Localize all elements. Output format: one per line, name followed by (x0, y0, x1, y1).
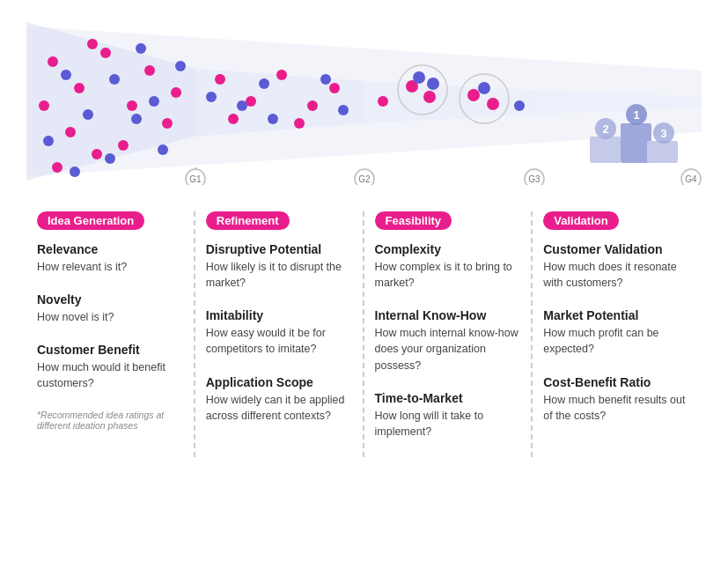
criteria-internal-know-how-title: Internal Know-How (375, 308, 521, 322)
svg-rect-53 (590, 137, 621, 163)
svg-point-45 (423, 91, 436, 103)
column-refinement: Refinement Disruptive Potential How like… (195, 211, 364, 457)
svg-point-52 (514, 100, 525, 111)
funnel-svg: 1 2 3 G1 G2 G3 G4 (26, 18, 702, 185)
criteria-customer-benefit: Customer Benefit How much would it benef… (37, 343, 183, 391)
phase-badge-idea-generation: Idea Generation (37, 211, 144, 230)
criteria-customer-benefit-title: Customer Benefit (37, 343, 183, 357)
criteria-novelty-title: Novelty (37, 292, 183, 307)
criteria-complexity-desc: How complex is it to bring to market? (375, 259, 521, 291)
criteria-customer-benefit-desc: How much would it benefit customers? (37, 359, 183, 391)
column-feasibility: Feasibility Complexity How complex is it… (364, 211, 533, 457)
criteria-disruptive-potential-desc: How likely is it to disrupt the market? (206, 259, 352, 291)
svg-point-21 (158, 144, 168, 155)
svg-point-6 (74, 83, 85, 93)
svg-point-14 (118, 140, 129, 151)
funnel-area: 1 2 3 G1 G2 G3 G4 (26, 18, 702, 203)
criteria-complexity: Complexity How complex is it to bring to… (375, 242, 521, 291)
criteria-imitability-desc: How easy would it be for competitors to … (206, 325, 352, 357)
svg-point-35 (294, 118, 305, 129)
svg-text:G2: G2 (358, 174, 371, 184)
criteria-market-potential-title: Market Potential (543, 308, 691, 322)
svg-point-18 (61, 70, 71, 80)
column-validation: Validation Customer Validation How much … (533, 211, 702, 457)
criteria-cost-benefit-ratio-title: Cost-Benefit Ratio (543, 375, 691, 389)
criteria-relevance-title: Relevance (37, 242, 183, 256)
main-container: 1 2 3 G1 G2 G3 G4 Idea Generat (0, 0, 728, 475)
criteria-disruptive-potential: Disruptive Potential How likely is it to… (206, 242, 352, 291)
svg-point-5 (48, 56, 58, 67)
svg-point-34 (228, 114, 239, 124)
criteria-application-scope-title: Application Scope (206, 375, 352, 389)
svg-point-50 (478, 82, 490, 94)
svg-point-27 (70, 166, 80, 177)
svg-text:2: 2 (602, 122, 608, 136)
svg-text:3: 3 (660, 127, 666, 140)
svg-point-48 (467, 89, 480, 101)
svg-point-49 (487, 98, 499, 110)
svg-point-29 (215, 74, 225, 85)
svg-point-16 (52, 162, 63, 173)
svg-point-12 (162, 118, 173, 129)
criteria-cost-benefit-ratio-desc: How much benefit results out of the cost… (543, 392, 691, 424)
criteria-market-potential-desc: How much profit can be expected? (543, 325, 691, 357)
criteria-columns: Idea Generation Relevance How relevant i… (26, 211, 702, 457)
svg-point-17 (87, 39, 98, 49)
phase-badge-refinement: Refinement (206, 211, 290, 230)
phase-badge-validation: Validation (543, 211, 618, 230)
svg-text:1: 1 (633, 108, 639, 122)
svg-point-10 (92, 149, 102, 159)
criteria-relevance: Relevance How relevant is it? (37, 242, 183, 275)
criteria-imitability: Imitability How easy would it be for com… (206, 308, 352, 357)
svg-point-36 (206, 92, 217, 102)
column-idea-generation: Idea Generation Relevance How relevant i… (26, 211, 195, 457)
svg-point-39 (268, 114, 278, 124)
svg-point-20 (136, 43, 146, 54)
criteria-time-to-market-title: Time-to-Market (375, 391, 521, 405)
svg-point-32 (307, 100, 318, 111)
svg-rect-54 (621, 123, 651, 163)
svg-point-40 (338, 105, 349, 115)
svg-point-38 (320, 74, 331, 85)
svg-point-37 (259, 78, 269, 89)
criteria-customer-validation: Customer Validation How much does it res… (543, 242, 691, 291)
criteria-customer-validation-desc: How much does it resonate with customers… (543, 259, 691, 291)
svg-point-28 (131, 114, 142, 124)
svg-point-41 (237, 100, 247, 111)
criteria-complexity-title: Complexity (375, 242, 521, 256)
criteria-novelty-desc: How novel is it? (37, 309, 183, 325)
criteria-application-scope: Application Scope How widely can it be a… (206, 375, 352, 424)
criteria-time-to-market-desc: How long will it take to implement? (375, 408, 521, 440)
criteria-cost-benefit-ratio: Cost-Benefit Ratio How much benefit resu… (543, 375, 691, 424)
svg-point-31 (276, 70, 287, 80)
footnote-col1: *Recommended idea ratings at different i… (37, 410, 183, 431)
criteria-disruptive-potential-title: Disruptive Potential (206, 242, 352, 256)
svg-point-22 (43, 136, 54, 146)
svg-point-8 (127, 100, 137, 111)
criteria-time-to-market: Time-to-Market How long will it take to … (375, 391, 521, 440)
svg-point-46 (413, 71, 425, 84)
criteria-internal-know-how: Internal Know-How How much internal know… (375, 308, 521, 373)
svg-point-33 (329, 83, 340, 93)
svg-text:G3: G3 (528, 174, 540, 184)
svg-text:G4: G4 (685, 174, 697, 184)
criteria-market-potential: Market Potential How much profit can be … (543, 308, 691, 357)
svg-point-25 (105, 153, 115, 164)
svg-point-13 (39, 100, 49, 111)
criteria-novelty: Novelty How novel is it? (37, 292, 183, 325)
svg-point-23 (83, 109, 93, 120)
svg-point-11 (144, 65, 155, 76)
svg-rect-55 (647, 141, 678, 163)
svg-point-26 (175, 61, 186, 71)
svg-text:G1: G1 (189, 174, 202, 184)
criteria-customer-validation-title: Customer Validation (543, 242, 691, 256)
criteria-internal-know-how-desc: How much internal know-how does your org… (375, 325, 521, 373)
svg-point-47 (427, 78, 439, 90)
svg-point-9 (65, 127, 76, 137)
svg-point-24 (149, 96, 159, 107)
phase-badge-feasibility: Feasibility (375, 211, 452, 230)
svg-point-15 (171, 87, 181, 98)
criteria-imitability-title: Imitability (206, 308, 352, 322)
criteria-application-scope-desc: How widely can it be applied across diff… (206, 392, 352, 424)
svg-point-51 (378, 96, 388, 107)
